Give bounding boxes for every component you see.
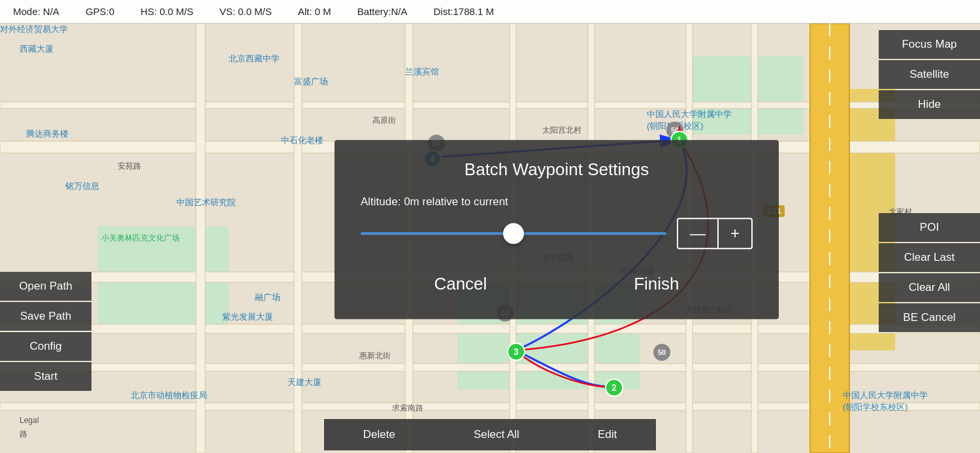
waypoint-3[interactable]: 3 — [507, 343, 525, 361]
batch-waypoint-modal[interactable]: Batch Waypoint Settings Altitude: 0m rel… — [335, 140, 779, 319]
poi-button[interactable]: POI — [879, 213, 980, 242]
open-path-button[interactable]: Open Path — [0, 272, 91, 301]
left-sidebar: Open Path Save Path Config Start — [0, 24, 91, 392]
start-button[interactable]: Start — [0, 362, 91, 391]
waypoint-2[interactable]: 2 — [605, 378, 623, 397]
modal-actions: Cancel Finish — [361, 269, 753, 299]
bottom-toolbar: Delete Select All Edit — [0, 416, 980, 453]
dist-status: Dist:1788.1 M — [434, 6, 495, 17]
delete-button[interactable]: Delete — [324, 419, 434, 450]
altitude-label: Altitude: 0m relative to current — [361, 195, 753, 209]
hs-status: HS: 0.0 M/S — [140, 6, 193, 17]
clear-all-button[interactable]: Clear All — [879, 273, 980, 302]
decrement-button[interactable]: — — [678, 220, 717, 246]
battery-status: Battery:N/A — [357, 6, 408, 17]
mode-status: Mode: N/A — [13, 6, 59, 17]
slider-controls: — + — [677, 218, 753, 249]
speed-badge-3: 50 — [653, 344, 670, 361]
alt-status: Alt: 0 M — [298, 6, 331, 17]
vs-status: VS: 0.0 M/S — [220, 6, 272, 17]
increment-button[interactable]: + — [719, 220, 751, 246]
hide-button[interactable]: Hide — [879, 90, 980, 119]
save-path-button[interactable]: Save Path — [0, 302, 91, 331]
svg-rect-11 — [196, 24, 205, 453]
clear-last-button[interactable]: Clear Last — [879, 243, 980, 272]
svg-rect-12 — [294, 24, 302, 453]
slider-thumb[interactable] — [503, 223, 524, 244]
cancel-button[interactable]: Cancel — [408, 269, 513, 299]
gps-status: GPS:0 — [86, 6, 114, 17]
config-button[interactable]: Config — [0, 332, 91, 361]
finish-button[interactable]: Finish — [608, 269, 705, 299]
focus-map-button[interactable]: Focus Map — [879, 30, 980, 59]
modal-title: Batch Waypoint Settings — [361, 159, 753, 180]
satellite-button[interactable]: Satellite — [879, 60, 980, 89]
status-bar: Mode: N/A GPS:0 HS: 0.0 M/S VS: 0.0 M/S … — [0, 0, 980, 24]
right-sidebar: Focus Map Satellite Hide POI Clear Last … — [879, 24, 980, 332]
edit-button[interactable]: Edit — [559, 419, 656, 450]
select-all-button[interactable]: Select All — [434, 419, 559, 450]
altitude-slider[interactable] — [361, 232, 666, 235]
slider-row: — + — [361, 218, 753, 249]
be-cancel-button[interactable]: BE Cancel — [879, 303, 980, 332]
svg-rect-3 — [686, 56, 804, 135]
